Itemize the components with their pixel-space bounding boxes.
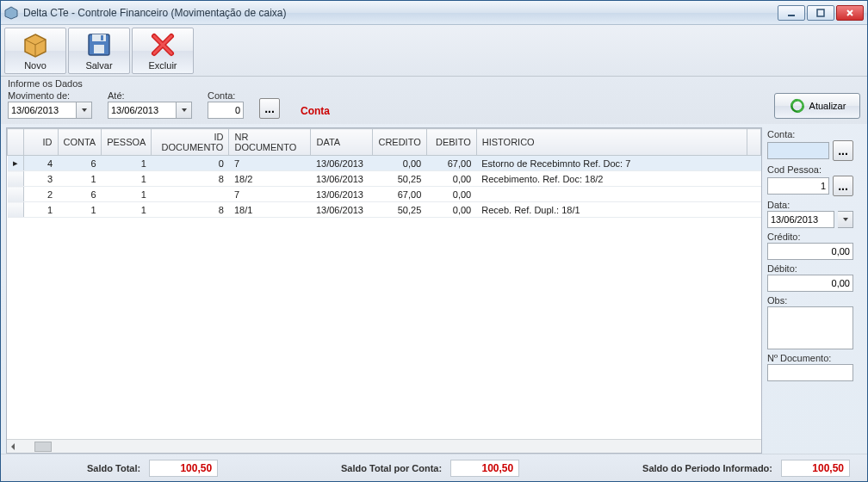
excluir-label: Excluir xyxy=(148,60,177,71)
col-pessoa[interactable]: PESSOA xyxy=(102,129,152,156)
saldo-total-label: Saldo Total: xyxy=(87,463,140,473)
filter-info-label: Informe os Dados xyxy=(8,78,860,89)
side-data-label: Data: xyxy=(767,200,862,210)
ate-dropdown[interactable] xyxy=(177,102,192,119)
svg-rect-1 xyxy=(788,15,795,16)
side-obs-input[interactable] xyxy=(767,306,853,349)
col-id-doc[interactable]: ID DOCUMENTO xyxy=(152,129,229,156)
col-conta[interactable]: CONTA xyxy=(58,129,102,156)
conta-red-label: Conta xyxy=(301,105,330,117)
footer: Saldo Total: 100,50 Saldo Total por Cont… xyxy=(1,454,867,481)
movimento-label: Movimento de: xyxy=(8,90,92,101)
table-row[interactable]: 261713/06/201367,000,00 xyxy=(8,187,761,202)
svg-rect-5 xyxy=(92,34,106,41)
side-cod-pessoa-label: Cod Pessoa: xyxy=(767,164,862,175)
table-row[interactable]: 311818/213/06/201350,250,00Recebimento. … xyxy=(8,171,761,187)
toolbar: Novo Salvar Excluir xyxy=(1,25,867,77)
side-debito-input[interactable] xyxy=(767,275,853,292)
saldo-periodo-value: 100,50 xyxy=(781,460,850,477)
app-window: Delta CTe - Controle Financeiro (Movimen… xyxy=(0,0,868,482)
novo-button[interactable]: Novo xyxy=(4,28,66,74)
col-debito[interactable]: DEBITO xyxy=(426,129,476,156)
movimento-dropdown[interactable] xyxy=(77,102,92,119)
refresh-icon xyxy=(789,97,806,114)
movimento-input[interactable] xyxy=(8,102,77,119)
saldo-total-value: 100,50 xyxy=(149,460,218,477)
svg-rect-7 xyxy=(101,35,103,40)
app-icon xyxy=(4,6,18,20)
side-obs-label: Obs: xyxy=(767,295,862,306)
minimize-button[interactable] xyxy=(778,5,805,21)
svg-marker-0 xyxy=(5,7,17,19)
side-conta-lookup[interactable]: ... xyxy=(833,140,853,161)
side-credito-input[interactable] xyxy=(767,243,853,260)
salvar-label: Salvar xyxy=(85,60,112,71)
col-data[interactable]: DATA xyxy=(311,129,373,156)
side-data-dropdown[interactable] xyxy=(838,211,853,228)
excluir-button[interactable]: Excluir xyxy=(132,28,194,74)
side-cod-pessoa-input[interactable] xyxy=(767,177,829,195)
side-nr-doc-label: Nº Documento: xyxy=(767,353,862,363)
col-id[interactable]: ID xyxy=(23,129,58,156)
atualizar-button[interactable]: Atualizar xyxy=(774,93,860,119)
saldo-conta-label: Saldo Total por Conta: xyxy=(341,463,442,473)
titlebar: Delta CTe - Controle Financeiro (Movimen… xyxy=(1,1,867,25)
svg-rect-2 xyxy=(817,9,824,16)
save-icon xyxy=(85,31,113,59)
side-pessoa-lookup[interactable]: ... xyxy=(833,176,853,196)
side-conta-label: Conta: xyxy=(767,129,862,139)
conta-filter-input[interactable] xyxy=(208,102,244,119)
svg-rect-6 xyxy=(94,45,104,53)
side-panel: Conta: ... Cod Pessoa: ... Data: xyxy=(767,127,862,454)
side-nr-doc-input[interactable] xyxy=(767,364,853,381)
data-grid[interactable]: ID CONTA PESSOA ID DOCUMENTO NR DOCUMENT… xyxy=(6,127,762,454)
conta-lookup-button[interactable]: ... xyxy=(259,98,280,119)
window-controls xyxy=(778,5,864,21)
side-debito-label: Débito: xyxy=(767,263,862,274)
ate-label: Até: xyxy=(108,90,192,101)
delete-icon xyxy=(149,31,177,59)
ate-input[interactable] xyxy=(108,102,177,119)
horizontal-scrollbar[interactable] xyxy=(7,439,761,453)
col-credito[interactable]: CREDITO xyxy=(373,129,426,156)
col-nr-doc[interactable]: NR DOCUMENTO xyxy=(229,129,311,156)
table-row[interactable]: 111818/113/06/201350,250,00Receb. Ref. D… xyxy=(8,202,761,218)
col-historico[interactable]: HISTORICO xyxy=(476,129,747,156)
maximize-button[interactable] xyxy=(807,5,834,21)
close-button[interactable] xyxy=(836,5,864,21)
scrollbar-thumb[interactable] xyxy=(34,442,52,452)
side-data-input[interactable] xyxy=(767,211,834,228)
side-credito-label: Crédito: xyxy=(767,232,862,242)
window-title: Delta CTe - Controle Financeiro (Movimen… xyxy=(23,7,778,19)
saldo-conta-value: 100,50 xyxy=(450,460,519,477)
side-conta-input[interactable] xyxy=(767,142,829,159)
novo-label: Novo xyxy=(24,60,46,71)
atualizar-label: Atualizar xyxy=(809,101,846,111)
conta-filter-label: Conta: xyxy=(208,90,244,101)
filter-section: Informe os Dados Movimento de: Até: xyxy=(1,77,867,124)
table-row[interactable]: ▸4610713/06/20130,0067,00Estorno de Rece… xyxy=(8,156,761,171)
salvar-button[interactable]: Salvar xyxy=(68,28,130,74)
saldo-periodo-label: Saldo do Periodo Informado: xyxy=(642,463,772,473)
box-icon xyxy=(22,31,49,59)
